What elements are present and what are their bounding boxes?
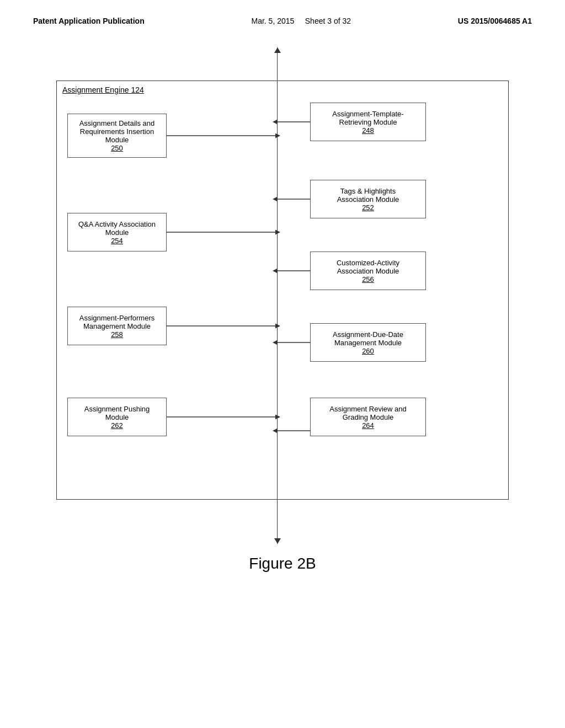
module-254: Q&A Activity Association Module 254 [67, 213, 167, 251]
outer-box-number: 124 [131, 85, 144, 94]
header-center: Mar. 5, 2015 Sheet 3 of 32 [251, 17, 351, 25]
module-264: Assignment Review and Grading Module 264 [310, 398, 426, 436]
page-header: Patent Application Publication Mar. 5, 2… [33, 17, 532, 25]
mod252-number: 252 [362, 204, 374, 212]
header-sheet: Sheet 3 of 32 [305, 17, 351, 25]
mod248-line2: Retrieving Module [339, 118, 397, 126]
page: Patent Application Publication Mar. 5, 2… [0, 0, 565, 728]
header-left: Patent Application Publication [33, 17, 145, 25]
mod256-number: 256 [362, 275, 374, 283]
mod256-line1: Customized-Activity [337, 259, 399, 267]
mod262-number: 262 [111, 421, 123, 430]
mod262-line2: Module [105, 413, 129, 421]
mod250-line3: Module [105, 136, 129, 144]
mod258-line1: Assignment-Performers [79, 314, 155, 322]
module-256: Customized-Activity Association Module 2… [310, 251, 426, 290]
module-252: Tags & Highlights Association Module 252 [310, 180, 426, 218]
arrow-down-icon [274, 538, 281, 544]
mod248-line1: Assignment-Template- [332, 110, 403, 118]
arrow-up-icon [274, 47, 281, 53]
mod252-line1: Tags & Highlights [340, 187, 396, 195]
mod258-number: 258 [111, 330, 123, 339]
header-right: US 2015/0064685 A1 [458, 17, 532, 25]
mod250-line1: Assignment Details and [79, 119, 155, 127]
mod254-number: 254 [111, 237, 123, 245]
diagram-area: Assignment Engine 124 [45, 47, 520, 544]
module-248: Assignment-Template- Retrieving Module 2… [310, 103, 426, 141]
outer-box-label: Assignment Engine 124 [62, 85, 144, 94]
mod260-line1: Assignment-Due-Date [333, 330, 403, 339]
mod250-line2: Requirements Insertion [80, 127, 154, 136]
mod254-line2: Module [105, 228, 129, 237]
module-260: Assignment-Due-Date Management Module 26… [310, 323, 426, 362]
mod248-number: 248 [362, 126, 374, 135]
mod258-line2: Management Module [83, 322, 151, 330]
module-250: Assignment Details and Requirements Inse… [67, 114, 167, 158]
mod264-line2: Grading Module [343, 413, 394, 421]
mod252-line2: Association Module [337, 195, 399, 204]
module-262: Assignment Pushing Module 262 [67, 398, 167, 436]
mod264-line1: Assignment Review and [329, 405, 406, 413]
outer-box-title: Assignment Engine [62, 85, 131, 94]
mod260-line2: Management Module [334, 339, 402, 347]
mod254-line1: Q&A Activity Association [78, 220, 156, 228]
mod256-line2: Association Module [337, 267, 399, 275]
mod250-number: 250 [111, 144, 123, 152]
module-258: Assignment-Performers Management Module … [67, 307, 167, 345]
figure-caption: Figure 2B [33, 555, 532, 572]
mod260-number: 260 [362, 347, 374, 355]
header-date: Mar. 5, 2015 [251, 17, 294, 25]
mod262-line1: Assignment Pushing [84, 405, 150, 413]
mod264-number: 264 [362, 421, 374, 430]
